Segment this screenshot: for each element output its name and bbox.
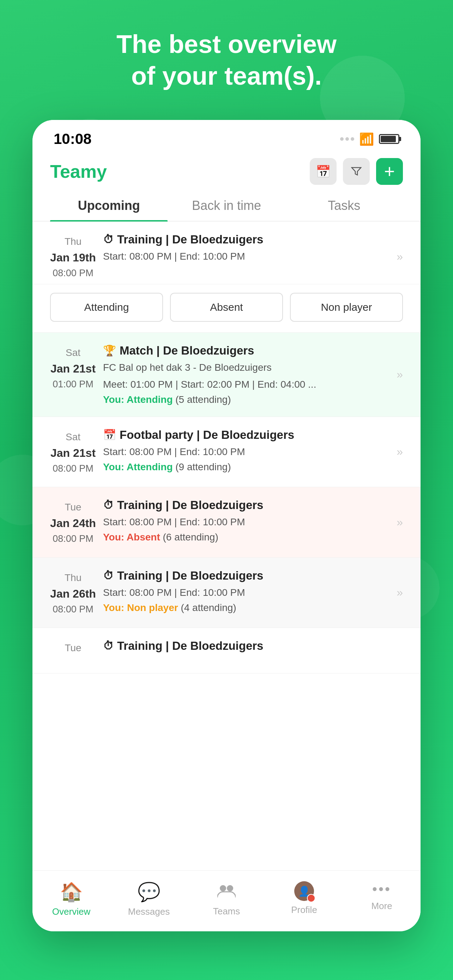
- event-date: Sat Jan 21st 08:00 PM: [50, 430, 96, 476]
- table-row[interactable]: Thu Jan 26th 08:00 PM ⏱ Training | De Bl…: [32, 558, 421, 628]
- tab-tasks[interactable]: Tasks: [285, 188, 403, 221]
- event-content: 🏆 Match | De Bloedzuigers FC Bal op het …: [96, 344, 393, 405]
- status-label: You: Absent: [103, 531, 160, 542]
- event-content: ⏱ Training | De Bloedzuigers Start: 08:0…: [96, 498, 393, 543]
- event-content: ⏱ Training | De Bloedzuigers: [96, 639, 403, 655]
- event-date: Thu Jan 19th 08:00 PM: [50, 234, 96, 280]
- attending-count: (4 attending): [181, 602, 236, 613]
- day-name: Tue: [50, 500, 96, 515]
- nav-label-overview: Overview: [52, 906, 90, 917]
- event-status: You: Absent (6 attending): [103, 531, 393, 543]
- event-date: Tue Jan 24th 08:00 PM: [50, 500, 96, 546]
- event-content: ⏱ Training | De Bloedzuigers Start: 08:0…: [96, 233, 393, 266]
- party-icon: 📅: [103, 429, 116, 441]
- avatar: 👤: [294, 881, 314, 901]
- svg-point-0: [220, 885, 226, 891]
- tab-back-in-time[interactable]: Back in time: [168, 188, 285, 221]
- svg-point-1: [227, 885, 233, 891]
- phone-frame: 10:08 📶 Teamy 📅 +: [32, 120, 421, 931]
- attending-count: (5 attending): [175, 394, 231, 405]
- wifi-icon: 📶: [359, 132, 374, 146]
- event-status: You: Non player (4 attending): [103, 602, 393, 614]
- event-detail: Start: 08:00 PM | End: 10:00 PM: [103, 249, 393, 264]
- event-status: You: Attending (5 attending): [103, 394, 393, 405]
- hero-section: The best overview of your team(s).: [88, 28, 365, 92]
- event-date: Tue: [50, 641, 96, 655]
- teams-icon: [217, 881, 236, 902]
- home-icon: 🏠: [60, 881, 83, 903]
- event-time: 08:00 PM: [50, 266, 96, 280]
- add-event-button[interactable]: +: [376, 158, 403, 185]
- event-detail-2: Meet: 01:00 PM | Start: 02:00 PM | End: …: [103, 377, 393, 392]
- nav-item-more[interactable]: ••• More: [343, 878, 421, 921]
- filter-button[interactable]: [343, 158, 370, 185]
- tab-bar: Upcoming Back in time Tasks: [32, 188, 421, 221]
- event-content: 📅 Footbal party | De Bloedzuigers Start:…: [96, 428, 393, 473]
- attending-button[interactable]: Attending: [50, 293, 163, 322]
- nav-label-more: More: [371, 900, 392, 912]
- event-status: You: Attending (9 attending): [103, 461, 393, 473]
- day-name: Thu: [50, 234, 96, 249]
- status-label: You: Attending: [103, 394, 173, 405]
- event-title: 📅 Footbal party | De Bloedzuigers: [103, 428, 393, 442]
- hero-title: The best overview of your team(s).: [88, 28, 365, 92]
- training-icon: ⏱: [103, 234, 114, 245]
- status-label: You: Attending: [103, 461, 173, 473]
- day-name: Sat: [50, 345, 96, 360]
- event-detail: Start: 08:00 PM | End: 10:00 PM: [103, 585, 393, 600]
- table-row[interactable]: Sat Jan 21st 08:00 PM 📅 Footbal party | …: [32, 417, 421, 488]
- event-date: Sat Jan 21st 01:00 PM: [50, 345, 96, 391]
- nav-item-overview[interactable]: 🏠 Overview: [32, 878, 110, 921]
- match-icon: 🏆: [103, 344, 116, 356]
- day-number: Jan 21st: [50, 444, 96, 461]
- day-name: Tue: [50, 641, 96, 655]
- rsvp-row: Attending Absent Non player: [32, 284, 421, 332]
- day-number: Jan 26th: [50, 585, 96, 602]
- event-title: ⏱ Training | De Bloedzuigers: [103, 498, 393, 512]
- table-row[interactable]: Tue ⏱ Training | De Bloedzuigers: [32, 628, 421, 673]
- event-time: 01:00 PM: [50, 377, 96, 391]
- chevron-right-icon: »: [393, 368, 403, 381]
- attending-count: (9 attending): [175, 461, 231, 473]
- calendar-button[interactable]: 📅: [310, 158, 337, 185]
- event-detail-1: FC Bal op het dak 3 - De Bloedzuigers: [103, 360, 393, 375]
- table-row[interactable]: Tue Jan 24th 08:00 PM ⏱ Training | De Bl…: [32, 487, 421, 558]
- more-icon: •••: [372, 881, 391, 897]
- day-number: Jan 24th: [50, 515, 96, 531]
- training-icon: ⏱: [103, 640, 114, 652]
- header-actions: 📅 +: [310, 158, 403, 185]
- nav-item-profile[interactable]: 👤 Profile: [265, 878, 343, 921]
- event-title: ⏱ Training | De Bloedzuigers: [103, 569, 393, 582]
- nav-label-teams: Teams: [213, 906, 240, 917]
- bottom-nav: 🏠 Overview 💬 Messages Teams 👤 Profile: [32, 870, 421, 931]
- chevron-right-icon: »: [393, 250, 403, 263]
- chevron-right-icon: »: [393, 445, 403, 458]
- status-icons: 📶: [340, 132, 399, 146]
- tab-upcoming[interactable]: Upcoming: [50, 188, 168, 221]
- absent-button[interactable]: Absent: [170, 293, 283, 322]
- day-name: Thu: [50, 570, 96, 585]
- non-player-button[interactable]: Non player: [290, 293, 403, 322]
- nav-label-profile: Profile: [291, 905, 317, 915]
- events-list: Thu Jan 19th 08:00 PM ⏱ Training | De Bl…: [32, 221, 421, 870]
- status-label: You: Non player: [103, 602, 178, 613]
- event-detail: Start: 08:00 PM | End: 10:00 PM: [103, 515, 393, 530]
- day-number: Jan 19th: [50, 249, 96, 266]
- event-title: ⏱ Training | De Bloedzuigers: [103, 233, 393, 246]
- event-title: 🏆 Match | De Bloedzuigers: [103, 344, 393, 357]
- signal-icon: [340, 137, 354, 141]
- table-row[interactable]: Thu Jan 19th 08:00 PM ⏱ Training | De Bl…: [32, 221, 421, 284]
- event-time: 08:00 PM: [50, 461, 96, 476]
- app-header: Teamy 📅 +: [32, 151, 421, 188]
- nav-item-teams[interactable]: Teams: [188, 878, 265, 921]
- chevron-right-icon: »: [393, 586, 403, 599]
- event-time: 08:00 PM: [50, 531, 96, 546]
- attending-count: (6 attending): [163, 531, 218, 542]
- event-time: 08:00 PM: [50, 602, 96, 617]
- day-number: Jan 21st: [50, 360, 96, 377]
- training-icon: ⏱: [103, 570, 114, 582]
- nav-item-messages[interactable]: 💬 Messages: [110, 878, 188, 921]
- event-title: ⏱ Training | De Bloedzuigers: [103, 639, 403, 652]
- event-detail: Start: 08:00 PM | End: 10:00 PM: [103, 444, 393, 459]
- table-row[interactable]: Sat Jan 21st 01:00 PM 🏆 Match | De Bloed…: [32, 332, 421, 417]
